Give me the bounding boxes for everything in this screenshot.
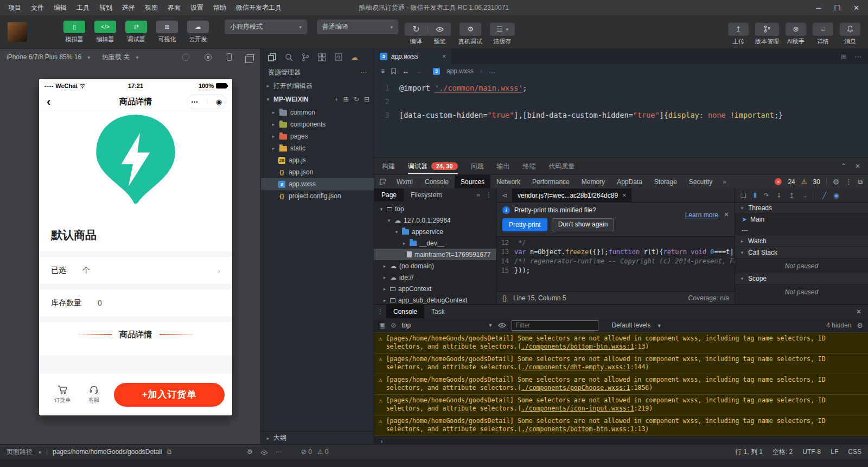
menu-select[interactable]: 选择 — [117, 3, 140, 12]
tab-problems[interactable]: 问题 — [471, 158, 484, 174]
pause-on-exceptions-icon[interactable]: ◉ — [833, 192, 839, 199]
learn-more-link[interactable]: Learn more — [685, 211, 718, 219]
cloud-dev-button[interactable]: ☁ 云开发 — [186, 21, 210, 43]
tree-item-static[interactable]: ▸ static — [261, 142, 374, 154]
gear-icon[interactable]: ⚙ — [833, 178, 840, 186]
step-icon[interactable]: → — [801, 192, 808, 199]
tab-task[interactable]: Task — [424, 305, 452, 318]
more-icon[interactable]: ⋯ — [276, 448, 282, 456]
thread-main[interactable]: ➤ Main — [735, 214, 868, 225]
menu-interface[interactable]: 界面 — [163, 3, 186, 12]
files-icon[interactable] — [268, 53, 276, 61]
levels-select[interactable]: Default levels ▼ — [611, 321, 661, 329]
devtools-tab-sources[interactable]: Sources — [455, 175, 490, 188]
close-icon[interactable]: ✕ — [724, 211, 729, 218]
outline-section[interactable]: ▸ 大纲 — [261, 431, 374, 444]
wxss-link[interactable]: ./components/bottom-btn.wxss:1 — [521, 343, 634, 350]
tab-app-wxss[interactable]: 3 app.wxss × — [374, 49, 451, 64]
compile-mode-select[interactable]: 普通编译 ▾ — [317, 20, 398, 34]
extensions-icon[interactable] — [318, 53, 326, 61]
problems-counter[interactable]: ⊘ 0 ⚠ 0 — [301, 448, 329, 456]
inspect-element-icon[interactable] — [374, 175, 391, 188]
page-path-label[interactable]: 页面路径 ▾ — [7, 447, 41, 457]
devtools-tab-performance[interactable]: Performance — [526, 175, 576, 188]
mode-select[interactable]: 小程序模式 ▾ — [225, 20, 307, 34]
back-arrow-icon[interactable]: ← — [403, 67, 409, 75]
ai-assistant-button[interactable]: ⊗ AI助手 — [786, 23, 806, 46]
minified-source[interactable]: 12 */ 13var n=Object.freeze({});function… — [497, 237, 735, 291]
new-folder-icon[interactable]: ⊞ — [343, 96, 349, 103]
remote-debug-button[interactable]: ⚙ 真机调试 — [458, 23, 482, 46]
tree-node-mainframe[interactable]: mainframe?t=1769591677 — [374, 249, 496, 260]
editor-toggle-button[interactable]: </> 编辑器 — [93, 21, 118, 43]
menu-edit[interactable]: 编辑 — [49, 3, 72, 12]
preview-button[interactable] — [428, 27, 451, 32]
detail-button[interactable]: ≡ 详情 — [813, 23, 833, 46]
source-control-icon[interactable] — [302, 53, 309, 61]
pause-icon[interactable]: ‖ — [754, 192, 757, 199]
devtools-tab-storage[interactable]: Storage — [648, 175, 683, 188]
console-settings-icon[interactable]: ⚙ — [857, 321, 863, 330]
menu-devtools[interactable]: 微信开发者工具 — [231, 3, 286, 12]
more-tabs-icon[interactable]: » — [476, 191, 480, 199]
close-icon[interactable]: ✕ — [853, 4, 859, 12]
tab-debugger[interactable]: 调试器24, 30 — [408, 158, 458, 174]
devtools-tab-security[interactable]: Security — [683, 175, 718, 188]
language-mode[interactable]: CSS — [848, 448, 861, 456]
wxss-link[interactable]: ./components/popChoose.wxss:1 — [521, 384, 630, 392]
order-list-tab[interactable]: 订货单 — [47, 385, 78, 404]
gear-icon[interactable]: ⚙ — [247, 448, 253, 456]
back-chevron-icon[interactable]: ‹ — [47, 96, 50, 108]
outline-list-icon[interactable]: ≡ — [381, 67, 385, 75]
collapse-all-icon[interactable]: ⊟ — [364, 96, 369, 103]
scope-section-header[interactable]: ▾ Scope — [735, 273, 868, 285]
close-icon[interactable]: × — [622, 192, 626, 199]
menu-view[interactable]: 视图 — [140, 3, 163, 12]
close-icon[interactable]: ✕ — [855, 162, 860, 170]
upload-button[interactable]: ↥ 上传 — [728, 23, 749, 46]
search-icon[interactable] — [285, 53, 293, 61]
step-over-icon[interactable]: ↷ — [764, 192, 769, 199]
maximize-icon[interactable]: ☐ — [834, 4, 840, 12]
tree-item-common[interactable]: ▸ common — [261, 106, 374, 118]
menu-file[interactable]: 文件 — [26, 3, 49, 12]
tree-node-debugcontext[interactable]: ▸app_sub_debugContext — [374, 294, 496, 304]
tab-code-quality[interactable]: 代码质量 — [549, 158, 575, 174]
tab-console[interactable]: Console — [386, 305, 424, 318]
wxss-link[interactable]: ./components/dht-empty.wxss:1 — [521, 363, 630, 371]
message-button[interactable]: 消息 — [840, 23, 860, 46]
warning-message[interactable]: ⚠ [pages/home/homeGoods/goodsDetail] Som… — [374, 415, 868, 436]
braces-icon[interactable]: {} — [502, 294, 507, 302]
clear-cache-button[interactable]: ☰▾ 清缓存 — [490, 23, 515, 46]
bookmark-icon[interactable] — [391, 68, 396, 74]
tree-node-appservice[interactable]: ▾appservice — [374, 226, 496, 237]
minimize-icon[interactable]: ─ — [816, 4, 821, 12]
tree-item-components[interactable]: ▸ components — [261, 118, 374, 130]
step-into-icon[interactable]: ↧ — [776, 192, 782, 199]
tab-page[interactable]: Page — [374, 188, 404, 201]
customer-service-tab[interactable]: 客服 — [78, 385, 110, 404]
threads-section-header[interactable]: ▾ Threads — [735, 203, 868, 214]
open-editors-section[interactable]: ▸ 打开的编辑器 — [261, 79, 374, 92]
pretty-print-button[interactable]: Pretty-print — [502, 218, 547, 231]
loading-circle-icon[interactable] — [182, 54, 189, 61]
wxss-link[interactable]: ./components/bottom-btn.wxss:1 — [521, 425, 634, 433]
tree-item-app-js[interactable]: JS app.js — [261, 154, 374, 166]
console-prompt[interactable]: › — [374, 436, 868, 444]
forward-arrow-icon[interactable]: → — [416, 67, 422, 75]
more-dots-icon[interactable]: ••• — [192, 99, 198, 105]
eye-icon[interactable] — [498, 323, 506, 328]
tab-build[interactable]: 构建 — [382, 158, 395, 174]
close-target-icon[interactable]: ◉ — [216, 98, 222, 105]
eol[interactable]: LF — [831, 448, 838, 456]
menu-goto[interactable]: 转到 — [94, 3, 117, 12]
add-to-order-button[interactable]: +加入订货单 — [114, 383, 225, 407]
more-tabs-icon[interactable]: » — [718, 175, 731, 188]
eye-icon[interactable] — [260, 450, 268, 455]
new-file-icon[interactable]: + — [335, 96, 339, 103]
visualization-toggle-button[interactable]: ⊞ 可视化 — [155, 21, 180, 43]
hide-panel-icon[interactable]: ❏ — [741, 192, 746, 199]
context-select[interactable]: top ▼ — [401, 321, 493, 329]
menu-project[interactable]: 项目 — [3, 3, 26, 12]
debugger-toggle-button[interactable]: ⇄ 调试器 — [124, 21, 149, 43]
